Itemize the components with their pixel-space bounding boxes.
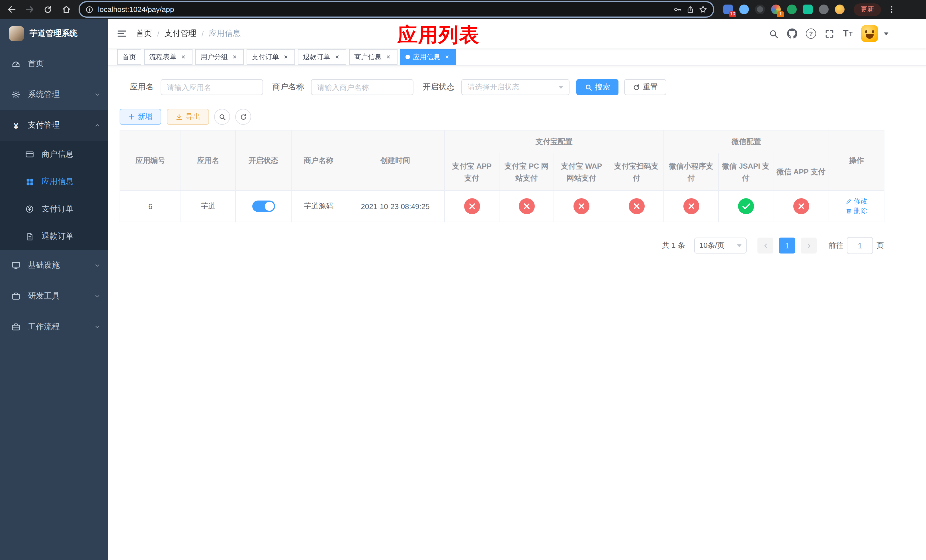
cell-alipay-app — [445, 191, 499, 222]
tag-close-icon[interactable] — [231, 53, 239, 61]
sidebar-item-pay-orders[interactable]: 支付订单 — [0, 195, 108, 223]
header-search-icon[interactable] — [769, 29, 779, 38]
address-bar[interactable]: localhost:1024/pay/app — [79, 1, 714, 18]
browser-update-button[interactable]: 更新 — [854, 3, 881, 16]
goto-page-input[interactable] — [847, 237, 873, 254]
extension-icon-7[interactable] — [819, 5, 829, 14]
font-size-icon[interactable] — [843, 29, 853, 39]
tag-close-icon[interactable] — [179, 53, 188, 61]
breadcrumb-home[interactable]: 首页 — [136, 29, 152, 39]
briefcase-icon — [11, 322, 21, 331]
tag-close-icon[interactable] — [443, 53, 451, 61]
delete-link[interactable]: 删除 — [846, 206, 867, 216]
tag-process-form[interactable]: 流程表单 — [144, 49, 192, 65]
search-button-label: 搜索 — [595, 82, 610, 92]
annotation-title: 应用列表 — [398, 22, 480, 48]
status-toggle[interactable] — [252, 201, 275, 212]
refresh-table-button[interactable] — [235, 109, 251, 125]
sidebar-item-workflow[interactable]: 工作流程 — [0, 312, 108, 342]
next-page-button[interactable] — [801, 238, 817, 254]
reset-button[interactable]: 重置 — [624, 79, 666, 95]
tag-close-icon[interactable] — [384, 53, 392, 61]
hamburger-icon[interactable] — [117, 29, 127, 39]
site-info-icon[interactable] — [85, 5, 94, 14]
github-icon[interactable] — [787, 29, 797, 39]
merchant-name-input[interactable] — [311, 79, 413, 95]
breadcrumb-payment[interactable]: 支付管理 — [165, 29, 197, 39]
prev-page-button[interactable] — [757, 238, 773, 254]
gear-icon — [11, 90, 21, 99]
toggle-search-button[interactable] — [214, 109, 230, 125]
select-caret-icon — [559, 86, 563, 89]
sidebar-logo-row[interactable]: 芋道管理系统 — [0, 19, 108, 48]
active-tag-dot — [406, 55, 410, 59]
sidebar-item-payment[interactable]: 支付管理 — [0, 110, 108, 141]
tag-label: 用户分组 — [200, 52, 228, 62]
add-button[interactable]: 新增 — [120, 109, 161, 125]
docs-help-icon[interactable] — [806, 29, 816, 39]
avatar-caret-icon[interactable] — [884, 32, 888, 35]
extension-badge-4: 1 — [777, 11, 784, 17]
extension-icon-2[interactable] — [739, 5, 749, 14]
extension-icon-8[interactable] — [835, 5, 844, 14]
extension-icon-3[interactable] — [755, 5, 765, 14]
browser-reload-icon[interactable] — [41, 3, 54, 16]
app-frame: 芋道管理系统 首页 系统管理 支付管理 — [0, 19, 926, 560]
page-size-select[interactable]: 10条/页 — [694, 238, 747, 254]
status-select[interactable]: 请选择开启状态 — [461, 79, 569, 95]
col-merchant: 商户名称 — [291, 130, 346, 191]
password-key-icon[interactable] — [673, 5, 682, 14]
tag-close-icon[interactable] — [282, 53, 290, 61]
page-number-button[interactable]: 1 — [779, 238, 795, 254]
extension-icon-4[interactable]: 1 — [771, 5, 781, 14]
app-title: 芋道管理系统 — [30, 29, 77, 39]
tag-label: 首页 — [123, 52, 136, 62]
sidebar-item-system[interactable]: 系统管理 — [0, 79, 108, 110]
user-avatar[interactable] — [861, 25, 878, 42]
search-button[interactable]: 搜索 — [576, 79, 619, 95]
sidebar-item-refund-orders[interactable]: 退款订单 — [0, 223, 108, 250]
tag-pay-orders[interactable]: 支付订单 — [247, 49, 295, 65]
sidebar-item-label: 应用信息 — [42, 177, 73, 187]
chevron-down-icon — [95, 324, 100, 330]
tags-view: 首页 流程表单 用户分组 支付订单 退款订单 商户信息 应用信息 — [108, 48, 926, 66]
breadcrumb-separator — [201, 29, 204, 38]
fullscreen-icon[interactable] — [825, 29, 834, 38]
extension-icon-5[interactable] — [787, 5, 797, 14]
edit-link[interactable]: 修改 — [846, 197, 867, 206]
sidebar-item-label: 研发工具 — [28, 291, 60, 301]
share-icon[interactable] — [686, 5, 694, 14]
sidebar-item-infrastructure[interactable]: 基础设施 — [0, 250, 108, 281]
col-wx-app: 微信 APP 支付 — [773, 153, 829, 191]
export-button[interactable]: 导出 — [167, 109, 209, 125]
extension-icon-1[interactable]: 10 — [723, 5, 733, 14]
col-wx-jsapi: 微信 JSAPI 支付 — [719, 153, 773, 191]
navbar-actions — [769, 25, 888, 42]
tag-label: 支付订单 — [252, 52, 279, 62]
app-name-input[interactable] — [160, 79, 263, 95]
sidebar-item-merchant-info[interactable]: 商户信息 — [0, 141, 108, 168]
browser-home-icon[interactable] — [59, 3, 73, 16]
sidebar-item-home[interactable]: 首页 — [0, 48, 108, 79]
tag-app-info[interactable]: 应用信息 — [400, 49, 456, 65]
tag-close-icon[interactable] — [333, 53, 341, 61]
sidebar-item-app-info[interactable]: 应用信息 — [0, 168, 108, 195]
browser-menu-icon[interactable] — [884, 3, 898, 16]
bookmark-star-icon[interactable] — [699, 5, 707, 14]
main-area: 首页 支付管理 应用信息 应用列表 首页 — [108, 19, 926, 560]
tag-user-group[interactable]: 用户分组 — [195, 49, 244, 65]
col-app-id: 应用编号 — [120, 130, 181, 191]
tag-merchant-info[interactable]: 商户信息 — [349, 49, 398, 65]
browser-forward-icon[interactable] — [23, 3, 36, 16]
browser-toolbar: localhost:1024/pay/app 10 1 更新 — [0, 0, 926, 19]
tag-home[interactable]: 首页 — [117, 49, 141, 65]
extension-icon-6[interactable] — [803, 5, 813, 14]
tag-label: 应用信息 — [413, 52, 440, 62]
tag-refund-orders[interactable]: 退款订单 — [298, 49, 346, 65]
breadcrumb-separator — [157, 29, 159, 38]
cell-alipay-qr — [609, 191, 664, 222]
wx-mini-status-icon — [683, 198, 699, 214]
sidebar-item-dev-tools[interactable]: 研发工具 — [0, 281, 108, 312]
browser-back-icon[interactable] — [5, 3, 18, 16]
wx-jsapi-status-icon — [738, 198, 754, 214]
